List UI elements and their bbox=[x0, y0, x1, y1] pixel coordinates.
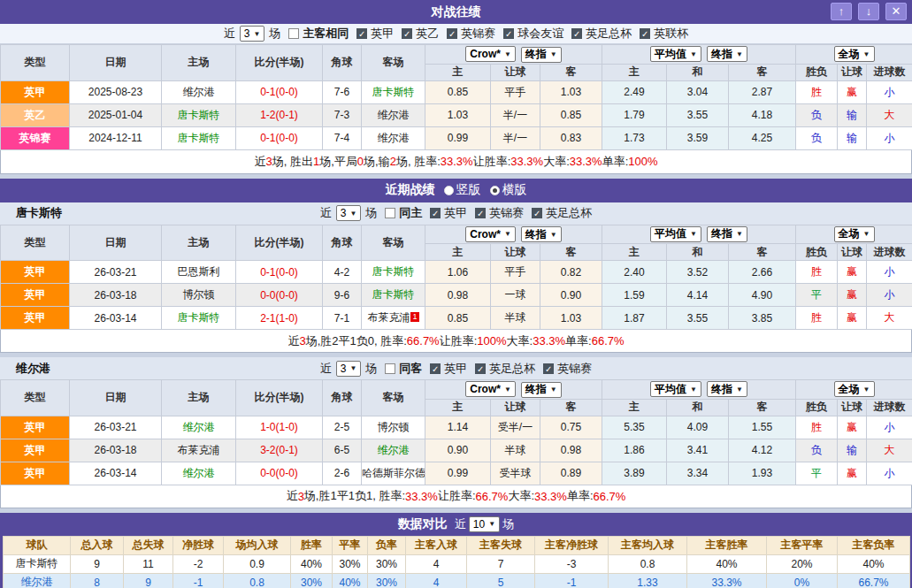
odds-cell: 1.03 bbox=[540, 307, 602, 330]
recent-1-league-checkbox-2[interactable]: ✓ bbox=[543, 363, 554, 374]
move-down-icon[interactable]: ↓ bbox=[858, 3, 879, 20]
recent-0-sub-header: 进球数 bbox=[867, 244, 912, 261]
recent-0-range-select[interactable]: 3▼ bbox=[336, 205, 362, 221]
summary-text: 33.3% bbox=[441, 155, 473, 168]
avg-odds-cell: 1.55 bbox=[729, 416, 796, 439]
recent-1-same-checkbox[interactable] bbox=[385, 363, 395, 374]
summary-text: 近 bbox=[254, 154, 265, 170]
compare-stat-cell: -1 bbox=[173, 573, 224, 588]
recent-0-odds-stage-select[interactable]: 终指▼ bbox=[521, 226, 562, 242]
h2h-filter-controls: 近3▼场主客相同✓英甲✓英乙✓英锦赛✓球会友谊✓英足总杯✓英联杯 bbox=[222, 26, 691, 42]
recent-1-league-checkbox-0[interactable]: ✓ bbox=[430, 363, 441, 374]
h2h-avg-select[interactable]: 平均值▼ bbox=[650, 46, 701, 62]
chevron-down-icon: ▼ bbox=[690, 386, 697, 393]
compare-range-select[interactable]: 10▼ bbox=[469, 516, 500, 532]
recent-1-odds-stage-select[interactable]: 终指▼ bbox=[521, 382, 562, 398]
recent-1-odds-company-select[interactable]: Crow*▼ bbox=[465, 381, 516, 397]
layout-radio-0[interactable] bbox=[444, 186, 454, 195]
recent-1-league-checkbox-1[interactable]: ✓ bbox=[475, 363, 486, 374]
h2h-league-checkbox-2[interactable]: ✓ bbox=[447, 28, 457, 39]
compare-stat-cell: 0% bbox=[767, 573, 838, 588]
chevron-down-icon: ▼ bbox=[863, 50, 870, 58]
compare-stat-cell: -3 bbox=[535, 554, 609, 573]
recent-1-sub-header: 让球 bbox=[491, 399, 540, 416]
recent-0-odds-company-select[interactable]: Crow*▼ bbox=[465, 226, 516, 242]
compare-col-header: 主客均入球 bbox=[609, 536, 687, 554]
recent-0-sub-header: 胜负 bbox=[796, 244, 838, 261]
result-cell: 大 bbox=[867, 307, 912, 330]
close-icon[interactable]: ✕ bbox=[885, 3, 907, 20]
recent-0-league-checkbox-1[interactable]: ✓ bbox=[475, 208, 486, 218]
h2h-league-checkbox-0[interactable]: ✓ bbox=[356, 28, 367, 39]
recent-0-filterbar: 唐卡斯特近3▼场同主✓英甲✓英锦赛✓英足总杯 bbox=[0, 202, 912, 225]
recent-0-avg-stage-select[interactable]: 终指▼ bbox=[707, 226, 747, 242]
h2h-league-label: 英锦赛 bbox=[461, 26, 495, 42]
recent-0-league-checkbox-2[interactable]: ✓ bbox=[532, 208, 542, 218]
recent-0-avg-select[interactable]: 平均值▼ bbox=[650, 226, 701, 242]
match-date-cell: 2025-08-23 bbox=[70, 80, 162, 103]
compare-col-header: 主客入球 bbox=[406, 536, 467, 554]
h2h-col-header: 角球 bbox=[323, 45, 362, 81]
recent-1-scope-group-header: 全场▼ bbox=[796, 380, 912, 400]
h2h-league-checkbox-5[interactable]: ✓ bbox=[640, 28, 650, 39]
h2h-range-select[interactable]: 3▼ bbox=[240, 26, 265, 42]
recent-1-range-select[interactable]: 3▼ bbox=[336, 361, 362, 377]
recent-1-scope-select[interactable]: 全场▼ bbox=[834, 381, 875, 397]
chevron-down-icon: ▼ bbox=[253, 30, 260, 38]
avg-odds-cell: 5.35 bbox=[602, 416, 667, 439]
recent-0-sub-header: 主 bbox=[602, 244, 667, 261]
recent-1-avg-select[interactable]: 平均值▼ bbox=[650, 381, 701, 397]
recent-1-avg-stage-select[interactable]: 终指▼ bbox=[707, 381, 747, 397]
odds-cell: 0.89 bbox=[540, 462, 602, 485]
home-team-cell: 巴恩斯利 bbox=[162, 261, 236, 284]
h2h-league-checkbox-4[interactable]: ✓ bbox=[571, 28, 582, 39]
avg-odds-cell: 1.93 bbox=[729, 462, 796, 485]
compare-col-header: 总失球 bbox=[124, 536, 173, 554]
h2h-league-label: 英甲 bbox=[371, 26, 394, 42]
summary-text: 大率: bbox=[507, 333, 533, 349]
recent-0-same-checkbox[interactable] bbox=[385, 208, 395, 218]
compare-stat-cell: 40% bbox=[333, 573, 368, 588]
h2h-same-checkbox[interactable] bbox=[288, 28, 299, 39]
summary-text: 3 bbox=[298, 490, 304, 503]
summary-text: 66.7% bbox=[476, 490, 509, 503]
h2h-league-checkbox-3[interactable]: ✓ bbox=[503, 28, 514, 39]
h2h-league-label: 英乙 bbox=[416, 26, 439, 42]
summary-text: 33.3% bbox=[570, 155, 602, 168]
away-team-name: 维尔港 bbox=[378, 109, 410, 121]
h2h-scope-select[interactable]: 全场▼ bbox=[834, 46, 875, 62]
result-cell: 平 bbox=[796, 284, 838, 307]
layout-radio-label: 竖版 bbox=[456, 182, 481, 196]
h2h-summary: 近 3 场, 胜出 1 场,平局 0 场,输 2 场, 胜率: 33.3% 让胜… bbox=[0, 150, 912, 174]
recent-0-table: 类型日期主场比分(半场)角球客场Crow*▼终指▼平均值▼终指▼全场▼主让球客主… bbox=[0, 225, 912, 331]
h2h-avg-stage-select[interactable]: 终指▼ bbox=[707, 46, 747, 62]
h2h-same-label: 主客相同 bbox=[303, 26, 349, 42]
avg-odds-cell: 2.87 bbox=[729, 80, 796, 103]
score-cell: 0-0(0-0) bbox=[236, 284, 323, 307]
away-team-cell: 唐卡斯特 bbox=[362, 284, 425, 307]
recent-titlebar: 近期战绩 竖版横版 bbox=[0, 179, 912, 202]
odds-cell: 平手 bbox=[491, 80, 540, 103]
h2h-odds-stage-select[interactable]: 终指▼ bbox=[521, 47, 562, 63]
recent-1-sub-header: 胜负 bbox=[796, 399, 838, 416]
corner-cell: 7-4 bbox=[323, 126, 362, 149]
layout-radio-1[interactable] bbox=[490, 186, 500, 195]
h2h-sub-header: 让球 bbox=[491, 64, 540, 80]
away-team-name: 唐卡斯特 bbox=[372, 265, 415, 278]
summary-text: 场, 胜率: bbox=[396, 154, 441, 170]
move-up-icon[interactable]: ↑ bbox=[831, 3, 852, 20]
h2h-odds-company-select[interactable]: Crow*▼ bbox=[465, 46, 516, 62]
recent-0-league-checkbox-0[interactable]: ✓ bbox=[430, 208, 441, 218]
result-cell: 小 bbox=[867, 462, 912, 485]
h2h-league-checkbox-1[interactable]: ✓ bbox=[402, 28, 412, 39]
home-team-cell: 唐卡斯特 bbox=[162, 126, 236, 149]
home-team-cell: 唐卡斯特 bbox=[162, 103, 236, 126]
match-row: 英乙2025-01-04唐卡斯特1-2(0-1)7-3维尔港1.03半/一0.8… bbox=[1, 103, 912, 126]
recent-1-filter-controls: 近3▼场同客✓英甲✓英足总杯✓英锦赛 bbox=[318, 361, 594, 377]
recent-0-scope-select[interactable]: 全场▼ bbox=[834, 226, 875, 242]
recent-title: 近期战绩 bbox=[386, 182, 435, 198]
away-team-name: 唐卡斯特 bbox=[372, 288, 415, 301]
away-team-cell: 唐卡斯特 bbox=[362, 261, 425, 284]
odds-cell: 0.99 bbox=[425, 126, 491, 149]
avg-odds-cell: 3.04 bbox=[667, 80, 729, 103]
